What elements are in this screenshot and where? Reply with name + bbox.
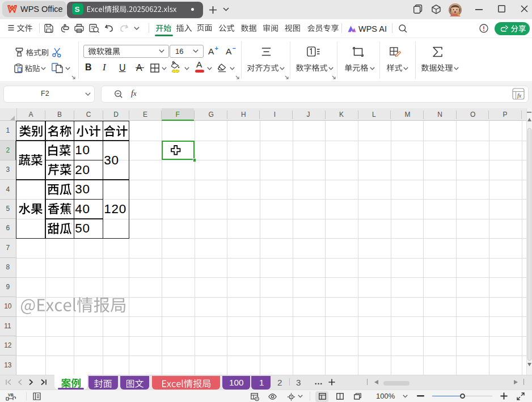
svg-text:VB: VB xyxy=(8,393,14,397)
svg-text:fx: fx xyxy=(517,92,522,99)
